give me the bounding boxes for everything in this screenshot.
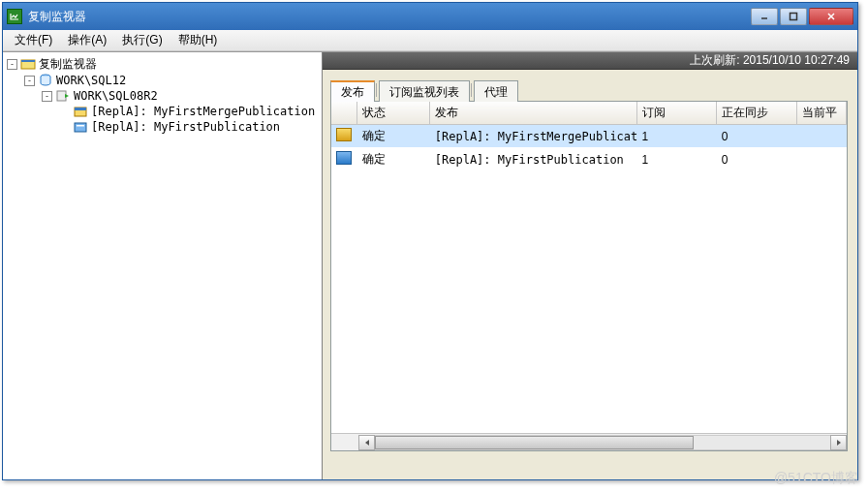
tree-publication[interactable]: [ReplA]: MyFirstPublication (7, 119, 318, 135)
tree-root[interactable]: - 复制监视器 (7, 56, 318, 73)
expand-icon[interactable]: - (7, 59, 17, 70)
col-syncing[interactable]: 正在同步 (717, 102, 796, 125)
tree-publication[interactable]: [ReplA]: MyFirstMergePublication (7, 104, 318, 119)
server-icon (55, 88, 71, 104)
tab-separator (471, 83, 472, 97)
cell-status: 确定 (357, 125, 430, 148)
cell-current (796, 125, 846, 148)
menu-action[interactable]: 操作(A) (60, 30, 114, 50)
refresh-bar: 上次刷新: 2015/10/10 10:27:49 (323, 52, 857, 70)
titlebar[interactable]: 复制监视器 (3, 3, 857, 30)
minimize-button[interactable] (751, 8, 778, 25)
tree-label: 复制监视器 (39, 56, 97, 73)
tab-separator (376, 83, 377, 97)
publication-icon (73, 104, 88, 119)
svg-rect-7 (57, 91, 66, 101)
server-group-icon (38, 73, 53, 88)
cell-current (796, 148, 846, 171)
svg-rect-9 (75, 108, 86, 110)
publication-icon (73, 119, 88, 135)
cell-publication: [ReplA]: MyFirstPublication (430, 148, 637, 171)
scroll-thumb[interactable] (375, 436, 694, 449)
scroll-right-button[interactable] (830, 435, 847, 450)
tab-watchlist[interactable]: 订阅监视列表 (379, 80, 470, 102)
tree-label: [ReplA]: MyFirstPublication (91, 120, 280, 134)
cell-syncing: 0 (717, 125, 796, 148)
row-type-icon (336, 151, 352, 165)
svg-rect-1 (790, 14, 797, 20)
row-type-icon (336, 128, 352, 141)
col-subscription[interactable]: 订阅 (637, 102, 717, 125)
tab-strip: 发布 订阅监视列表 代理 (330, 79, 848, 101)
expand-icon[interactable]: - (24, 76, 35, 86)
tree-group[interactable]: - WORK\SQL12 (7, 73, 318, 88)
scroll-track[interactable] (375, 435, 830, 450)
tree-server[interactable]: - WORK\SQL08R2 (7, 88, 318, 104)
menu-help[interactable]: 帮助(H) (170, 30, 226, 50)
scroll-left-button[interactable] (358, 435, 375, 450)
tab-publications[interactable]: 发布 (330, 80, 375, 102)
cell-publication: [ReplA]: MyFirstMergePublication (430, 125, 637, 148)
grid-panel: 状态 发布 订阅 正在同步 当前平 确定[ReplA]: MyFirstMerg… (330, 101, 848, 451)
menu-file[interactable]: 文件(F) (7, 30, 60, 50)
col-status[interactable]: 状态 (357, 102, 430, 125)
tree-label: [ReplA]: MyFirstMergePublication (91, 105, 315, 118)
maximize-button[interactable] (780, 8, 807, 25)
cell-status: 确定 (357, 148, 430, 171)
horizontal-scrollbar[interactable] (331, 433, 847, 450)
col-icon[interactable] (331, 102, 357, 125)
expand-icon[interactable]: - (42, 91, 52, 102)
tree-label: WORK\SQL12 (56, 74, 126, 87)
svg-rect-5 (21, 60, 35, 62)
app-icon (7, 9, 22, 24)
menu-run[interactable]: 执行(G) (114, 30, 170, 50)
table-row[interactable]: 确定[ReplA]: MyFirstMergePublication10 (331, 125, 847, 148)
monitor-icon (20, 57, 36, 73)
window-title: 复制监视器 (28, 9, 751, 25)
cell-subscription: 1 (637, 125, 717, 148)
col-current[interactable]: 当前平 (796, 102, 846, 125)
close-button[interactable] (809, 8, 853, 25)
last-refresh-label: 上次刷新: 2015/10/10 10:27:49 (690, 52, 850, 69)
tree-label: WORK\SQL08R2 (74, 89, 158, 103)
svg-rect-11 (77, 125, 84, 127)
tab-agents[interactable]: 代理 (474, 80, 518, 102)
svg-rect-10 (75, 123, 86, 132)
publications-table[interactable]: 状态 发布 订阅 正在同步 当前平 确定[ReplA]: MyFirstMerg… (331, 102, 847, 171)
cell-syncing: 0 (717, 148, 796, 171)
cell-subscription: 1 (637, 148, 717, 171)
table-row[interactable]: 确定[ReplA]: MyFirstPublication10 (331, 148, 847, 171)
menubar: 文件(F) 操作(A) 执行(G) 帮助(H) (3, 30, 857, 51)
tree-pane[interactable]: - 复制监视器 - WORK\SQL12 - WORK\SQL08R2 (3, 52, 323, 479)
col-publication[interactable]: 发布 (430, 102, 637, 125)
